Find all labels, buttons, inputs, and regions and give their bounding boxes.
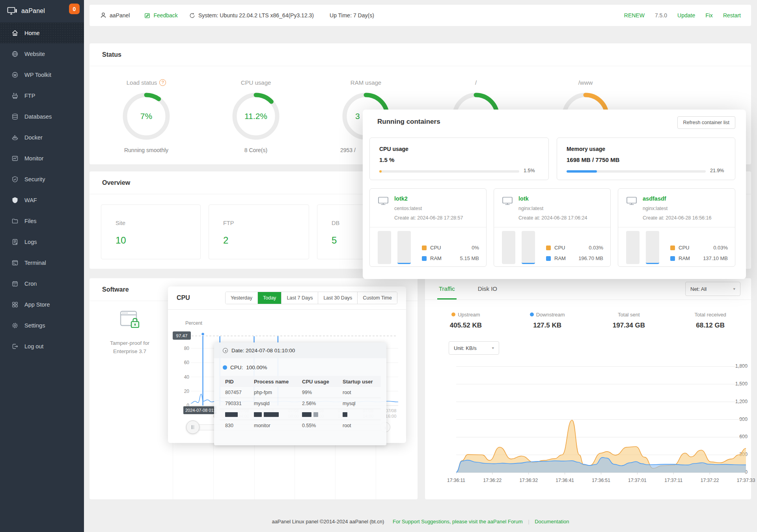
unit-select[interactable]: Unit: KB/s▾ (449, 341, 499, 355)
database-icon (11, 113, 19, 120)
refresh-container-list-button[interactable]: Refresh container list (677, 116, 735, 129)
net-select[interactable]: Net: All▾ (685, 282, 740, 296)
overview-ftp-card[interactable]: FTP 2 (209, 205, 309, 259)
x-tick-label: 17:37:11 (658, 478, 689, 483)
x-tick-label: 17:37:01 (621, 478, 653, 483)
range-last-7-days[interactable]: Last 7 Days (281, 292, 318, 304)
cpu-max-badge: 97.47 (173, 331, 191, 340)
range-yesterday[interactable]: Yesterday (226, 292, 257, 304)
traffic-stats: Upstream 405.52 KB Downstream 127.5 KB T… (425, 311, 751, 329)
process-row: 790331 mysqld 2.56% mysql (220, 398, 381, 409)
sidebar-item-databases[interactable]: Databases (0, 106, 84, 127)
wordpress-icon (11, 71, 19, 78)
x-tick-label: 17:36:11 (440, 478, 472, 483)
feedback-icon (144, 12, 151, 19)
refresh-icon[interactable] (189, 12, 196, 19)
downstream-dot (530, 313, 534, 316)
sidebar-item-waf[interactable]: WAF (0, 190, 84, 210)
sidebar-item-monitor[interactable]: Monitor (0, 148, 84, 169)
renew-link[interactable]: RENEW (624, 12, 645, 19)
sidebar-item-app-store[interactable]: App Store (0, 294, 84, 315)
documentation-link[interactable]: Documentation (535, 519, 569, 525)
calendar-icon (11, 280, 19, 287)
modal-title: Running containers (377, 118, 440, 126)
docker-icon (11, 134, 19, 141)
brand: aaPanel 0 (0, 0, 84, 22)
sidebar-item-ftp[interactable]: FTP (0, 85, 84, 106)
feedback-link[interactable]: Feedback (144, 12, 177, 19)
stat-total-received: Total received 68.12 GB (669, 311, 751, 329)
appstore-grid-icon (11, 301, 19, 308)
help-icon[interactable]: ? (159, 79, 166, 86)
slider-knob[interactable] (186, 420, 200, 434)
terminal-icon (11, 259, 19, 266)
version-label: 7.5.0 (655, 12, 667, 19)
sidebar-item-settings[interactable]: Settings (0, 315, 84, 336)
stat-upstream: Upstream 405.52 KB (425, 311, 507, 329)
range-today[interactable]: Today (257, 292, 281, 304)
cpu-legend-swatch (670, 246, 675, 250)
user-icon (100, 12, 107, 19)
sidebar-item-docker[interactable]: Docker (0, 127, 84, 148)
sidebar-item-security[interactable]: Security (0, 169, 84, 190)
monitor-chart-icon (11, 155, 19, 162)
sidebar-item-terminal[interactable]: Terminal (0, 252, 84, 273)
stat-downstream: Downstream 127.5 KB (507, 311, 588, 329)
sidebar-item-website[interactable]: Website (0, 43, 84, 64)
tab-disk-io[interactable]: Disk IO (478, 278, 497, 299)
account[interactable]: aaPanel (100, 12, 130, 19)
chevron-down-icon: ▾ (492, 346, 494, 350)
tab-traffic[interactable]: Traffic (439, 278, 455, 299)
cpu-y-tick-label: 80 (177, 346, 189, 351)
x-tick-label: 17:36:22 (477, 478, 508, 483)
logout-icon (11, 343, 19, 350)
gauge-cpu-usage: CPU usage 11.2% 8 Core(s) (213, 78, 299, 154)
update-link[interactable]: Update (677, 12, 695, 19)
process-row: 807457 php-fpm 99% root (220, 387, 381, 398)
stat-total-sent: Total sent 197.34 GB (588, 311, 670, 329)
container-monitor-icon (626, 196, 637, 206)
sidebar-item-log-out[interactable]: Log out (0, 336, 84, 357)
aapanel-dashboard: aaPanel 0 Home Website WP Toolkit FTP (0, 0, 757, 532)
software-item-tamper-proof[interactable]: Tamper-proof for Enterprise 3.7 (96, 310, 164, 355)
container-card-lotk2: lotk2 centos:latest Create at: 2024-06-2… (369, 188, 487, 267)
process-row: 830 monitor 0.55% root (220, 420, 381, 431)
cpu-axis-badge: 2024-07-08 01:1 (183, 406, 216, 414)
cpu-y-axis-label: Percent (185, 320, 202, 326)
container-card-asdfasdf: asdfasdf nginx:latest Create at: 2024-06… (618, 188, 735, 267)
container-ram-sparkline (397, 231, 411, 264)
sidebar-item-cron[interactable]: Cron (0, 273, 84, 294)
support-link[interactable]: For Support Suggestions, please visit th… (393, 519, 523, 525)
tooltip-date-row: Date: 2024-07-08 01:10:00 (214, 342, 386, 358)
message-count-badge[interactable]: 0 (69, 4, 80, 14)
sidebar-item-home[interactable]: Home (0, 22, 84, 43)
status-title: Status (89, 43, 751, 66)
sidebar-item-files[interactable]: Files (0, 210, 84, 231)
fix-link[interactable]: Fix (705, 12, 713, 19)
footer: aaPanel Linux panel ©2014-2024 aaPanel (… (84, 519, 757, 525)
container-ram-sparkline (522, 231, 535, 264)
topbar: aaPanel Feedback System: Ubuntu 22.04.2 … (89, 5, 751, 26)
x-tick-label: 17:37:33 (730, 478, 757, 483)
waf-shield-icon (11, 197, 19, 204)
sidebar-item-wp-toolkit[interactable]: WP Toolkit (0, 64, 84, 85)
brand-name: aaPanel (21, 7, 45, 15)
restart-link[interactable]: Restart (723, 12, 741, 19)
container-cpu-sparkline (626, 231, 640, 264)
containers-memory-usage-card: Memory usage 1698 MB / 7750 MB 21.9% (557, 138, 735, 180)
cpu-popup-title: CPU (177, 294, 190, 301)
container-cpu-sparkline (378, 231, 391, 264)
sidebar-nav: Home Website WP Toolkit FTP Databases Do… (0, 22, 84, 357)
gauge-load-status: Load status? 7% Running smoothly (103, 78, 190, 154)
container-ram-sparkline (646, 231, 659, 264)
range-last-30-days[interactable]: Last 30 Days (318, 292, 357, 304)
cpu-tooltip: Date: 2024-07-08 01:10:00 CPU: 100.00% P… (214, 342, 386, 445)
ram-legend-swatch (670, 256, 675, 261)
logs-icon (11, 238, 19, 246)
overview-site-card[interactable]: Site 10 (101, 205, 201, 259)
x-tick-label: 17:36:32 (513, 478, 544, 483)
range-custom-time[interactable]: Custom Time (357, 292, 397, 304)
container-monitor-icon (378, 196, 389, 206)
sidebar-item-logs[interactable]: Logs (0, 231, 84, 252)
x-tick-label: 17:36:51 (585, 478, 617, 483)
